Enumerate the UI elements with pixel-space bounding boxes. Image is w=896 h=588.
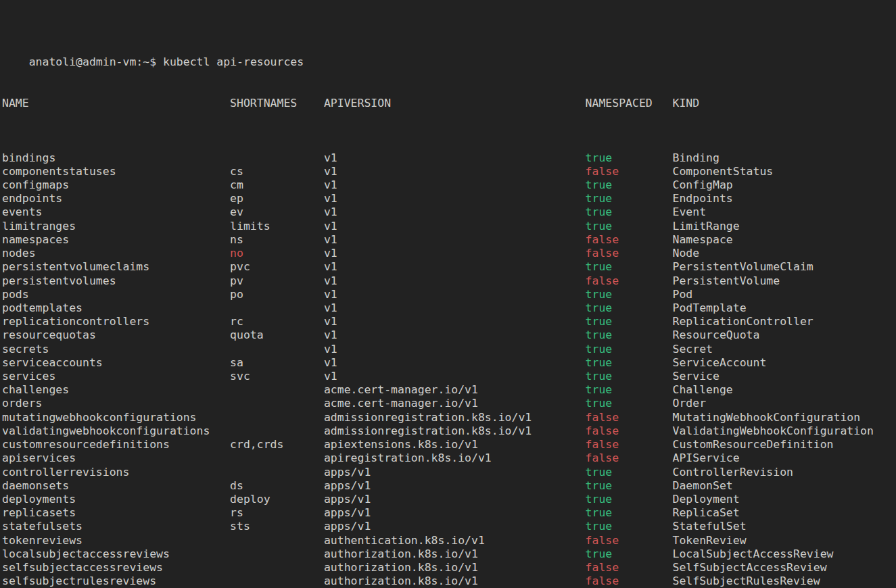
command-line: anatoli@admin-vm:~$ kubectl api-resource…: [2, 42, 896, 55]
cell-apiversion: v1: [324, 233, 337, 247]
cell-kind: Event: [673, 205, 707, 219]
cell-apiversion: v1: [324, 247, 337, 260]
table-row: selfsubjectaccessreviewsauthorization.k8…: [2, 561, 896, 574]
cell-name: serviceaccounts: [2, 356, 103, 370]
table-row: deploymentsdeployapps/v1trueDeployment: [2, 493, 896, 506]
cell-apiversion: v1: [324, 205, 337, 219]
cell-namespaced: true: [586, 383, 613, 397]
cell-apiversion: v1: [324, 343, 337, 356]
cell-name: componentstatuses: [2, 165, 116, 178]
table-row: configmapscmv1trueConfigMap: [2, 178, 896, 192]
cell-kind: ComponentStatus: [673, 165, 774, 178]
cell-name: nodes: [2, 247, 36, 260]
cell-namespaced: false: [586, 534, 619, 547]
cell-name: resourcequotas: [2, 328, 96, 342]
cell-kind: DaemonSet: [673, 479, 733, 493]
cell-kind: Service: [673, 370, 720, 383]
cell-name: podtemplates: [2, 301, 82, 315]
table-header-row: NAME SHORTNAMES APIVERSION NAMESPACED KI…: [2, 97, 896, 110]
cell-apiversion: v1: [324, 260, 337, 274]
cell-name: challenges: [2, 383, 69, 397]
cell-apiversion: acme.cert-manager.io/v1: [324, 383, 478, 397]
cell-namespaced: false: [586, 165, 619, 178]
cell-shortnames: svc: [230, 370, 250, 383]
cell-shortnames: sts: [230, 520, 250, 533]
cell-kind: ReplicaSet: [673, 506, 740, 520]
header-namespaced: NAMESPACED: [586, 97, 653, 110]
table-row: daemonsetsdsapps/v1trueDaemonSet: [2, 479, 896, 493]
cell-namespaced: true: [586, 220, 613, 233]
cell-namespaced: true: [586, 356, 613, 370]
cell-apiversion: v1: [324, 178, 337, 192]
cell-name: events: [2, 205, 43, 219]
cell-namespaced: true: [586, 151, 613, 165]
cell-name: persistentvolumes: [2, 274, 116, 288]
cell-name: replicasets: [2, 506, 76, 520]
table-row: componentstatusescsv1falseComponentStatu…: [2, 165, 896, 178]
cell-namespaced: true: [586, 479, 613, 493]
cell-kind: Challenge: [673, 383, 733, 397]
cell-kind: ServiceAccount: [673, 356, 767, 370]
cell-namespaced: false: [586, 451, 619, 465]
cell-name: persistentvolumeclaims: [2, 260, 149, 274]
table-row: podtemplatesv1truePodTemplate: [2, 301, 896, 315]
table-row: persistentvolumespvv1falsePersistentVolu…: [2, 274, 896, 288]
cell-name: selfsubjectrulesreviews: [2, 574, 156, 588]
table-row: ordersacme.cert-manager.io/v1trueOrder: [2, 397, 896, 410]
cell-namespaced: false: [586, 274, 619, 288]
cell-namespaced: true: [586, 288, 613, 301]
cell-kind: MutatingWebhookConfiguration: [673, 411, 861, 424]
cell-shortnames: quota: [230, 328, 264, 342]
table-row: eventsevv1trueEvent: [2, 205, 896, 219]
cell-namespaced: false: [586, 233, 619, 247]
terminal-screen[interactable]: anatoli@admin-vm:~$ kubectl api-resource…: [0, 0, 896, 588]
cell-name: localsubjectaccessreviews: [2, 547, 170, 561]
cell-namespaced: false: [586, 561, 619, 574]
table-row: servicessvcv1trueService: [2, 370, 896, 383]
cell-shortnames: ev: [230, 205, 243, 219]
cell-namespaced: false: [586, 574, 619, 588]
table-row: nodesnov1falseNode: [2, 247, 896, 260]
cell-kind: Pod: [673, 288, 693, 301]
cell-name: endpoints: [2, 192, 62, 205]
table-row: tokenreviewsauthentication.k8s.io/v1fals…: [2, 534, 896, 547]
cell-kind: ReplicationController: [673, 315, 814, 328]
cell-shortnames: sa: [230, 356, 243, 370]
cell-apiversion: v1: [324, 356, 337, 370]
cell-apiversion: acme.cert-manager.io/v1: [324, 397, 478, 410]
cell-name: deployments: [2, 493, 76, 506]
cell-shortnames: cs: [230, 165, 243, 178]
shell-command: kubectl api-resources: [163, 55, 304, 68]
cell-apiversion: apps/v1: [324, 520, 371, 533]
cell-namespaced: true: [586, 493, 613, 506]
cell-apiversion: authorization.k8s.io/v1: [324, 547, 478, 561]
table-row: statefulsetsstsapps/v1trueStatefulSet: [2, 520, 896, 533]
cell-apiversion: v1: [324, 315, 337, 328]
cell-kind: LimitRange: [673, 220, 740, 233]
cell-kind: APIService: [673, 451, 740, 465]
cell-kind: ValidatingWebhookConfiguration: [673, 424, 874, 438]
cell-kind: Secret: [673, 343, 713, 356]
cell-kind: ResourceQuota: [673, 328, 760, 342]
cell-apiversion: authentication.k8s.io/v1: [324, 534, 485, 547]
api-resources-table: bindingsv1trueBindingcomponentstatusescs…: [2, 151, 896, 588]
cell-kind: PersistentVolume: [673, 274, 780, 288]
cell-shortnames: po: [230, 288, 243, 301]
cell-kind: TokenReview: [673, 534, 747, 547]
cell-name: validatingwebhookconfigurations: [2, 424, 210, 438]
cell-name: selfsubjectaccessreviews: [2, 561, 163, 574]
cell-namespaced: false: [586, 424, 619, 438]
cell-apiversion: apps/v1: [324, 466, 371, 479]
cell-shortnames: deploy: [230, 493, 270, 506]
cell-kind: Order: [673, 397, 707, 410]
cell-namespaced: false: [586, 438, 619, 451]
cell-name: controllerrevisions: [2, 466, 129, 479]
cell-apiversion: admissionregistration.k8s.io/v1: [324, 411, 532, 424]
table-row: namespacesnsv1falseNamespace: [2, 233, 896, 247]
cell-shortnames: ds: [230, 479, 243, 493]
cell-apiversion: apps/v1: [324, 479, 371, 493]
cell-shortnames: crd,crds: [230, 438, 283, 451]
cell-shortnames: limits: [230, 220, 270, 233]
table-row: replicasetsrsapps/v1trueReplicaSet: [2, 506, 896, 520]
cell-name: tokenreviews: [2, 534, 82, 547]
